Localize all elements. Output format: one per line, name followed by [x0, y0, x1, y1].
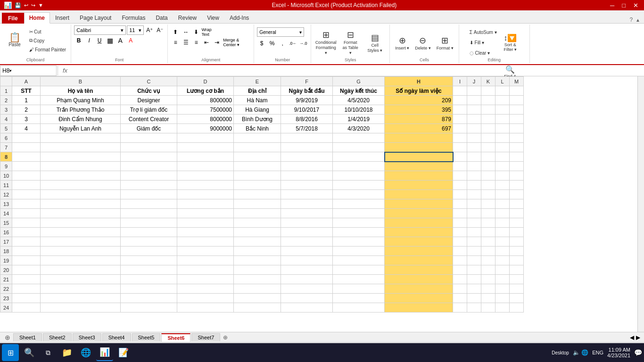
minimize-ribbon-icon[interactable]: ▲	[636, 17, 640, 23]
cell-H7[interactable]	[385, 143, 453, 152]
cell-I2[interactable]	[453, 96, 467, 105]
cell-M6[interactable]	[510, 133, 524, 143]
tab-formulas[interactable]: Formulas	[116, 12, 150, 23]
fill-button[interactable]: ⬇ Fill ▾	[468, 38, 499, 47]
sheet-tab-2[interactable]: Sheet2	[43, 333, 72, 341]
cell-G6[interactable]	[333, 133, 385, 143]
cell-I8[interactable]	[453, 152, 467, 162]
tab-page-layout[interactable]: Page Layout	[74, 12, 116, 23]
increase-font-button[interactable]: A⁺	[145, 25, 154, 35]
add-sheet-icon[interactable]: ⊕	[221, 334, 230, 341]
cell-G8[interactable]	[333, 152, 385, 162]
cell-K3[interactable]	[481, 105, 495, 115]
cell-G2[interactable]: 4/5/2020	[333, 96, 385, 105]
scroll-left-button[interactable]: ◀	[630, 334, 634, 341]
cell-D2[interactable]: 8000000	[177, 96, 234, 105]
tab-home[interactable]: Home	[24, 12, 50, 24]
cell-H3[interactable]: 395	[385, 105, 453, 115]
cell-A3[interactable]: 2	[12, 105, 41, 115]
cell-G4[interactable]: 1/4/2019	[333, 115, 385, 124]
excel-taskbar-button[interactable]: 📊	[96, 344, 113, 361]
cell-B3[interactable]: Trần Phương Thảo	[41, 105, 121, 115]
cell-C3[interactable]: Trợ lí giám đốc	[121, 105, 177, 115]
cell-H4[interactable]: 879	[385, 115, 453, 124]
cell-J2[interactable]	[467, 96, 481, 105]
spreadsheet[interactable]: A B C D E F G H I J K L M 1	[0, 76, 637, 332]
col-header-J[interactable]: J	[467, 77, 481, 86]
percent-button[interactable]: %	[267, 39, 277, 48]
cell-I4[interactable]	[453, 115, 467, 124]
cell-K4[interactable]	[481, 115, 495, 124]
cell-F2[interactable]: 9/9/2019	[281, 96, 333, 105]
cell-M5[interactable]	[510, 124, 524, 133]
tab-review[interactable]: Review	[173, 12, 202, 23]
cell-K2[interactable]	[481, 96, 495, 105]
autosum-button[interactable]: Σ AutoSum ▾	[468, 27, 499, 37]
cut-button[interactable]: ✂ Cut	[27, 27, 68, 36]
cell-J1[interactable]	[467, 86, 481, 96]
wrap-text-button[interactable]: Wrap Text	[202, 27, 211, 37]
cell-J3[interactable]	[467, 105, 481, 115]
formula-input[interactable]	[71, 66, 644, 76]
cell-B2[interactable]: Phạm Quang Minh	[41, 96, 121, 105]
cell-L2[interactable]	[495, 96, 510, 105]
cell-B6[interactable]	[41, 133, 121, 143]
name-box[interactable]: H8 ▾	[0, 66, 57, 76]
cell-A1[interactable]: STT	[12, 86, 41, 96]
cell-F4[interactable]: 8/8/2016	[281, 115, 333, 124]
cell-G5[interactable]: 4/3/2020	[333, 124, 385, 133]
cell-D4[interactable]: 8000000	[177, 115, 234, 124]
comma-button[interactable]: ,	[278, 39, 287, 48]
taskbar-desktop-label[interactable]: Desktop	[552, 350, 569, 355]
cell-F3[interactable]: 9/10/2017	[281, 105, 333, 115]
increase-decimal-button[interactable]: →.0	[298, 39, 308, 48]
cell-K6[interactable]	[481, 133, 495, 143]
cell-M3[interactable]	[510, 105, 524, 115]
decrease-decimal-button[interactable]: .0←	[288, 39, 297, 48]
word-taskbar-button[interactable]: 📝	[115, 344, 132, 361]
edge-button[interactable]: 🌐	[77, 344, 94, 361]
cell-B7[interactable]	[41, 143, 121, 152]
notifications-button[interactable]: 💬	[634, 349, 642, 356]
font-color-button[interactable]: A	[126, 36, 135, 45]
cell-F5[interactable]: 5/7/2018	[281, 124, 333, 133]
align-bottom-button[interactable]: ⬇	[191, 27, 201, 37]
format-button[interactable]: ⊞ Format ▾	[434, 27, 456, 58]
sheet-tab-5[interactable]: Sheet5	[132, 333, 161, 341]
tab-view[interactable]: View	[202, 12, 224, 23]
tab-file[interactable]: File	[2, 13, 24, 24]
italic-button[interactable]: I	[84, 36, 94, 45]
cell-F1[interactable]: Ngày bắt đầu	[281, 86, 333, 96]
format-painter-button[interactable]: 🖌 Format Painter	[27, 45, 68, 54]
cell-L7[interactable]	[495, 143, 510, 152]
font-name-box[interactable]: Calibri ▾	[74, 25, 126, 35]
cell-M4[interactable]	[510, 115, 524, 124]
cell-C2[interactable]: Designer	[121, 96, 177, 105]
number-format-box[interactable]: General ▾	[257, 27, 304, 37]
cell-H6[interactable]	[385, 133, 453, 143]
cell-A4[interactable]: 3	[12, 115, 41, 124]
col-header-I[interactable]: I	[453, 77, 467, 86]
clear-button[interactable]: ◌ Clear ▾	[468, 48, 499, 58]
cell-J6[interactable]	[467, 133, 481, 143]
tab-addins[interactable]: Add-Ins	[224, 12, 254, 23]
sheet-tab-1[interactable]: Sheet1	[13, 333, 42, 341]
maximize-button[interactable]: □	[620, 2, 627, 9]
cell-K8[interactable]	[481, 152, 495, 162]
cell-I3[interactable]	[453, 105, 467, 115]
cell-L3[interactable]	[495, 105, 510, 115]
conditional-formatting-button[interactable]: ⊞ ConditionalFormatting ▾	[314, 27, 338, 58]
cell-H5[interactable]: 697	[385, 124, 453, 133]
cell-E5[interactable]: Bắc Ninh	[234, 124, 281, 133]
align-right-button[interactable]: ≡	[191, 38, 201, 47]
tab-insert[interactable]: Insert	[50, 12, 74, 23]
cell-F7[interactable]	[281, 143, 333, 152]
cell-H2[interactable]: 209	[385, 96, 453, 105]
cell-D6[interactable]	[177, 133, 234, 143]
col-header-K[interactable]: K	[481, 77, 495, 86]
cell-C8[interactable]	[121, 152, 177, 162]
delete-button[interactable]: ⊖ Delete ▾	[413, 27, 433, 58]
explorer-button[interactable]: 📁	[58, 344, 75, 361]
cell-J7[interactable]	[467, 143, 481, 152]
start-button[interactable]: ⊞	[2, 344, 19, 361]
